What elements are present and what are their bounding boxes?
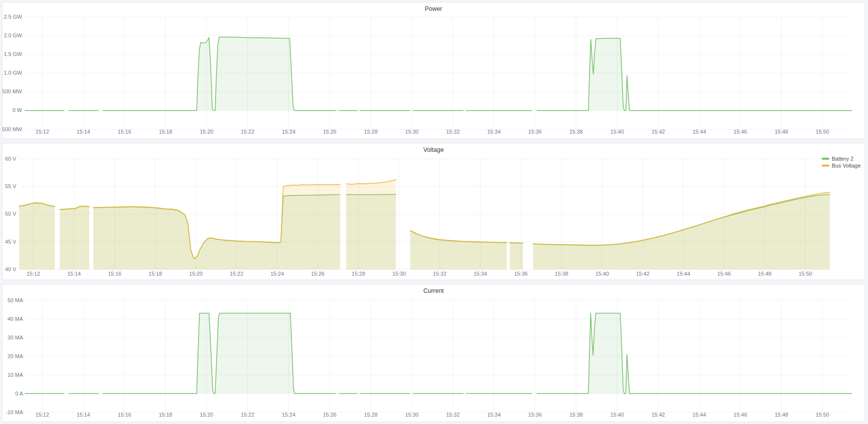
svg-text:15:36: 15:36 <box>514 271 528 277</box>
svg-text:15:24: 15:24 <box>282 412 296 418</box>
svg-text:0 A: 0 A <box>15 391 24 396</box>
svg-text:15:34: 15:34 <box>487 412 501 418</box>
svg-text:15:28: 15:28 <box>364 129 378 135</box>
svg-text:15:28: 15:28 <box>352 271 365 277</box>
legend: Battery 2 Bus Voltage <box>822 155 861 169</box>
svg-text:15:16: 15:16 <box>108 271 122 277</box>
legend-item-battery-2[interactable]: Battery 2 <box>822 155 861 162</box>
svg-text:15:40: 15:40 <box>611 412 624 418</box>
svg-text:15:48: 15:48 <box>775 412 788 418</box>
legend-label-bus-voltage: Bus Voltage <box>832 163 861 169</box>
panel-title-power[interactable]: Power <box>2 2 865 14</box>
svg-text:500 MW: 500 MW <box>2 88 23 94</box>
svg-text:15:26: 15:26 <box>323 412 336 418</box>
svg-text:15:38: 15:38 <box>555 271 568 277</box>
svg-text:15:12: 15:12 <box>35 412 49 418</box>
svg-text:15:50: 15:50 <box>815 412 829 418</box>
svg-text:15:36: 15:36 <box>528 129 542 135</box>
svg-text:15:18: 15:18 <box>159 412 172 418</box>
svg-text:15:26: 15:26 <box>311 271 325 277</box>
svg-text:40 MA: 40 MA <box>7 316 23 322</box>
svg-text:15:20: 15:20 <box>189 271 203 277</box>
svg-text:2.0 GW: 2.0 GW <box>4 32 23 38</box>
svg-text:15:44: 15:44 <box>693 412 706 418</box>
svg-text:15:44: 15:44 <box>693 129 706 135</box>
svg-text:15:46: 15:46 <box>733 412 747 418</box>
svg-text:15:30: 15:30 <box>405 412 419 418</box>
legend-label-battery-2: Battery 2 <box>832 156 853 162</box>
svg-text:15:16: 15:16 <box>118 412 132 418</box>
svg-text:15:32: 15:32 <box>446 412 460 418</box>
svg-text:50 MA: 50 MA <box>7 297 23 303</box>
svg-text:1.0 GW: 1.0 GW <box>4 70 23 76</box>
svg-text:15:14: 15:14 <box>67 271 81 277</box>
svg-text:15:20: 15:20 <box>200 412 214 418</box>
svg-text:45 V: 45 V <box>5 239 16 245</box>
svg-text:15:34: 15:34 <box>474 271 487 277</box>
svg-text:15:30: 15:30 <box>392 271 406 277</box>
svg-text:15:48: 15:48 <box>775 129 788 135</box>
grafana-dashboard: Power 2.5 GW2.0 GW1.5 GW1.0 GW500 MW0 W-… <box>0 0 868 424</box>
svg-text:15:30: 15:30 <box>405 129 419 135</box>
panel-current: Current 50 MA40 MA30 MA20 MA10 MA0 A-10 … <box>2 284 865 422</box>
svg-text:15:46: 15:46 <box>717 271 731 277</box>
svg-text:50 V: 50 V <box>5 211 16 217</box>
panel-title-voltage[interactable]: Voltage <box>2 143 865 155</box>
svg-text:15:38: 15:38 <box>569 412 583 418</box>
svg-text:15:40: 15:40 <box>611 129 624 135</box>
svg-text:15:16: 15:16 <box>118 129 132 135</box>
svg-text:40 V: 40 V <box>5 266 16 272</box>
legend-item-bus-voltage[interactable]: Bus Voltage <box>822 162 861 169</box>
svg-text:15:48: 15:48 <box>758 271 772 277</box>
svg-text:15:20: 15:20 <box>200 129 214 135</box>
svg-text:15:22: 15:22 <box>241 129 254 135</box>
svg-text:15:12: 15:12 <box>35 129 49 135</box>
svg-text:15:44: 15:44 <box>677 271 691 277</box>
svg-text:20 MA: 20 MA <box>7 353 23 359</box>
svg-text:15:36: 15:36 <box>528 412 542 418</box>
svg-text:0 W: 0 W <box>12 107 22 113</box>
svg-text:15:28: 15:28 <box>364 412 378 418</box>
svg-text:15:32: 15:32 <box>433 271 447 277</box>
voltage-chart-canvas[interactable]: 60 V55 V50 V45 V40 V15:1215:1415:1615:18… <box>2 143 865 280</box>
panel-title-current[interactable]: Current <box>2 284 865 296</box>
svg-text:15:18: 15:18 <box>148 271 162 277</box>
svg-text:30 MA: 30 MA <box>7 335 23 340</box>
svg-text:1.5 GW: 1.5 GW <box>4 51 23 57</box>
svg-text:15:18: 15:18 <box>159 129 172 135</box>
svg-text:15:40: 15:40 <box>595 271 609 277</box>
battery-2-swatch-icon <box>822 158 829 160</box>
svg-text:15:42: 15:42 <box>651 412 665 418</box>
svg-text:15:50: 15:50 <box>815 129 829 135</box>
svg-text:60 V: 60 V <box>5 156 16 162</box>
svg-text:15:26: 15:26 <box>323 129 336 135</box>
current-chart-canvas[interactable]: 50 MA40 MA30 MA20 MA10 MA0 A-10 MA15:121… <box>2 284 865 422</box>
svg-text:15:22: 15:22 <box>241 412 254 418</box>
svg-text:-500 MW: -500 MW <box>2 126 23 132</box>
power-chart-canvas[interactable]: 2.5 GW2.0 GW1.5 GW1.0 GW500 MW0 W-500 MW… <box>2 2 865 139</box>
svg-text:55 V: 55 V <box>5 183 16 189</box>
svg-text:15:38: 15:38 <box>569 129 583 135</box>
svg-text:15:24: 15:24 <box>282 129 296 135</box>
svg-text:15:34: 15:34 <box>487 129 501 135</box>
svg-text:15:46: 15:46 <box>733 129 747 135</box>
panel-power: Power 2.5 GW2.0 GW1.5 GW1.0 GW500 MW0 W-… <box>2 2 865 139</box>
panel-voltage: Voltage 60 V55 V50 V45 V40 V15:1215:1415… <box>2 143 865 280</box>
svg-text:15:22: 15:22 <box>230 271 244 277</box>
svg-text:15:14: 15:14 <box>77 129 90 135</box>
svg-text:15:42: 15:42 <box>651 129 665 135</box>
svg-text:15:32: 15:32 <box>446 129 460 135</box>
svg-text:15:50: 15:50 <box>799 271 812 277</box>
svg-text:2.5 GW: 2.5 GW <box>4 14 23 20</box>
svg-text:10 MA: 10 MA <box>7 372 23 378</box>
svg-text:15:14: 15:14 <box>77 412 90 418</box>
bus-voltage-swatch-icon <box>822 165 829 167</box>
svg-text:-10 MA: -10 MA <box>6 409 24 415</box>
svg-text:15:12: 15:12 <box>27 271 40 277</box>
svg-text:15:24: 15:24 <box>270 271 284 277</box>
svg-text:15:42: 15:42 <box>636 271 650 277</box>
